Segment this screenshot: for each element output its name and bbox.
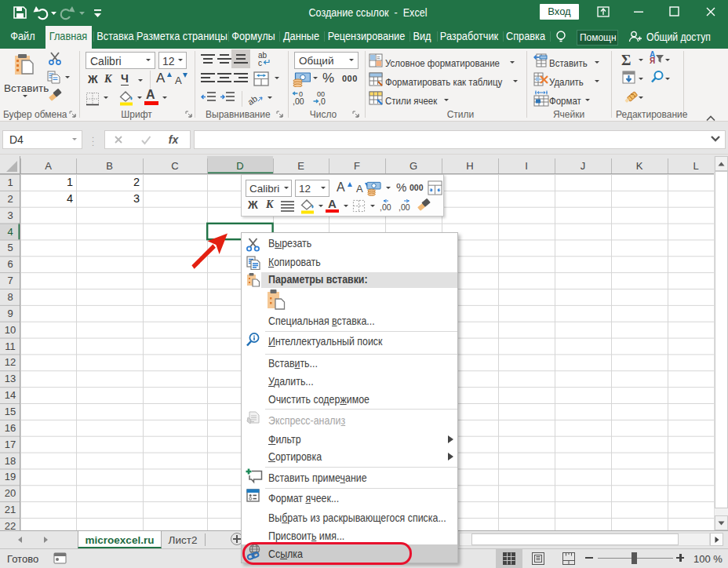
svg-text:L: L — [693, 160, 698, 172]
svg-text:,00: ,00 — [380, 202, 391, 212]
svg-text:fx: fx — [169, 133, 180, 146]
svg-text:1: 1 — [67, 176, 73, 188]
svg-text:,0: ,0 — [318, 96, 326, 106]
svg-text:4: 4 — [67, 192, 73, 205]
svg-text:=: = — [377, 54, 380, 61]
svg-text:9: 9 — [7, 308, 13, 319]
svg-text:ab: ab — [248, 93, 259, 107]
svg-text:H: H — [466, 160, 473, 172]
svg-text:,00: ,00 — [293, 96, 304, 106]
svg-text:4: 4 — [7, 226, 13, 238]
svg-text:E: E — [297, 160, 304, 172]
svg-text:5: 5 — [7, 242, 13, 253]
svg-text:17: 17 — [5, 439, 16, 450]
svg-text:,00: ,00 — [399, 202, 410, 212]
svg-text:8: 8 — [7, 291, 13, 303]
svg-text:18: 18 — [5, 455, 16, 467]
svg-text:D: D — [236, 160, 243, 172]
svg-text:19: 19 — [5, 471, 16, 482]
svg-text:A: A — [45, 160, 52, 172]
svg-text:13: 13 — [5, 373, 16, 384]
svg-text:c: c — [258, 59, 262, 67]
svg-text:J: J — [581, 160, 586, 172]
svg-text:3: 3 — [133, 192, 140, 205]
svg-text:11: 11 — [5, 340, 16, 352]
svg-text:16: 16 — [5, 422, 16, 434]
svg-text:1: 1 — [7, 177, 13, 188]
svg-text:F: F — [354, 160, 360, 172]
svg-text:6: 6 — [7, 258, 13, 270]
svg-text:20: 20 — [5, 487, 16, 499]
svg-text:3: 3 — [7, 209, 13, 221]
svg-text:22: 22 — [5, 520, 16, 530]
svg-text:2: 2 — [133, 176, 140, 188]
svg-text:21: 21 — [5, 504, 16, 515]
svg-text:2: 2 — [7, 193, 13, 205]
svg-text:K: K — [636, 160, 643, 172]
svg-text:14: 14 — [5, 389, 16, 401]
svg-text:G: G — [410, 160, 417, 172]
svg-text:I: I — [525, 160, 528, 172]
svg-text:10: 10 — [5, 324, 16, 336]
svg-text:7: 7 — [7, 275, 13, 286]
svg-text:B: B — [106, 160, 113, 172]
svg-text:C: C — [171, 160, 178, 172]
svg-text:12: 12 — [5, 356, 16, 368]
svg-text:15: 15 — [5, 406, 16, 417]
